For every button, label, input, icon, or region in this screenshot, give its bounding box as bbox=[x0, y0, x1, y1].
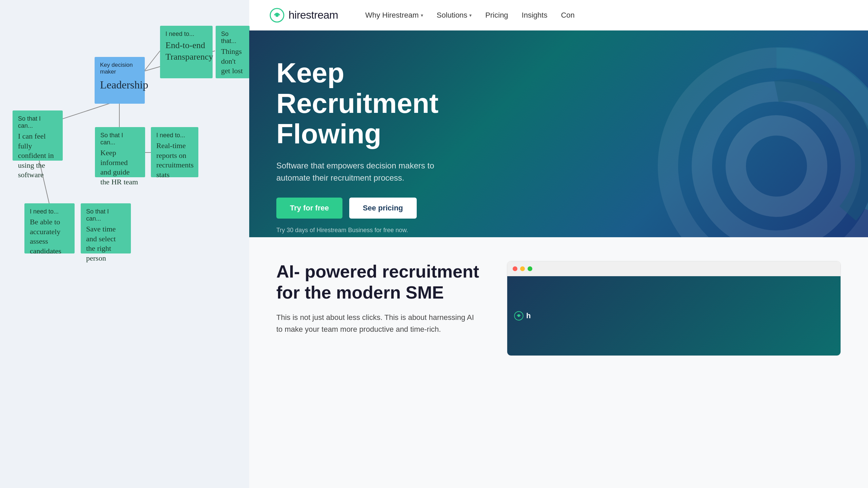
sticky-label: Key decision maker bbox=[100, 62, 139, 75]
hero-title: Keep Recruitment Flowing bbox=[276, 58, 514, 149]
hero-subtitle: Software that empowers decision makers t… bbox=[276, 160, 459, 184]
website-panel: hirestream Why Hirestream ▾ Solutions ▾ … bbox=[249, 0, 868, 488]
whiteboard-panel: I need to... End-to-end Transparency So … bbox=[0, 0, 249, 488]
svg-point-7 bbox=[275, 14, 279, 17]
ai-section: AI- powered recruitment for the modern S… bbox=[249, 237, 868, 488]
try-for-free-button[interactable]: Try for free bbox=[276, 198, 342, 219]
hero-buttons: Try for free See pricing bbox=[276, 198, 514, 219]
hero-trial-text: Try 30 days of Hirestream Business for f… bbox=[276, 227, 514, 234]
window-maximize-dot bbox=[528, 266, 532, 271]
sticky-text: Real-time reports on recruitments stats bbox=[156, 141, 193, 180]
hero-content: Keep Recruitment Flowing Software that e… bbox=[276, 58, 514, 234]
sticky-end-to-end[interactable]: I need to... End-to-end Transparency bbox=[160, 26, 213, 78]
sticky-text: Things don't get lost and can be on top … bbox=[221, 47, 244, 78]
preview-logo-icon bbox=[514, 311, 524, 321]
logo-text: hirestream bbox=[289, 9, 338, 21]
nav-label: Insights bbox=[522, 11, 548, 20]
sticky-confident[interactable]: So that I can... I can feel fully confid… bbox=[13, 110, 63, 161]
sticky-label: So that I can... bbox=[100, 132, 140, 146]
sticky-text: Keep informed and guide the HR team bbox=[100, 148, 140, 187]
sticky-keep-informed[interactable]: So that I can... Keep informed and guide… bbox=[95, 127, 145, 177]
sticky-things-dont[interactable]: So that... Things don't get lost and can… bbox=[216, 26, 250, 78]
sticky-label: I need to... bbox=[156, 132, 193, 139]
window-minimize-dot bbox=[520, 266, 525, 271]
sticky-text: Be able to accurately assess candidates bbox=[30, 217, 69, 256]
preview-inner-content: h bbox=[507, 276, 841, 355]
nav-insights[interactable]: Insights bbox=[522, 11, 548, 20]
sticky-text: End-to-end Transparency bbox=[165, 40, 207, 63]
preview-window-bar bbox=[507, 261, 841, 276]
preview-logo: h bbox=[514, 311, 531, 321]
sticky-save-time[interactable]: So that I can... Save time and select th… bbox=[81, 203, 131, 253]
preview-logo-text: h bbox=[526, 311, 531, 320]
ai-section-title: AI- powered recruitment for the modern S… bbox=[276, 261, 480, 303]
svg-point-12 bbox=[518, 315, 520, 317]
navbar: hirestream Why Hirestream ▾ Solutions ▾ … bbox=[249, 0, 868, 30]
sticky-label: So that I can... bbox=[86, 208, 125, 222]
sticky-text: Leadership bbox=[100, 78, 139, 92]
nav-label: Solutions bbox=[437, 11, 468, 20]
sticky-realtime-reports[interactable]: I need to... Real-time reports on recrui… bbox=[151, 127, 198, 177]
sticky-leadership[interactable]: Key decision maker Leadership bbox=[95, 57, 145, 104]
sticky-text: Save time and select the right person bbox=[86, 224, 125, 263]
ai-section-text: This is not just about less clicks. This… bbox=[276, 311, 480, 335]
nav-solutions[interactable]: Solutions ▾ bbox=[437, 11, 472, 20]
sticky-label: So that I can... bbox=[18, 115, 57, 129]
hero-decorative-graphic bbox=[658, 47, 868, 237]
chevron-down-icon: ▾ bbox=[421, 13, 423, 18]
nav-label: Why Hirestream bbox=[365, 11, 419, 20]
hirestream-logo-icon bbox=[270, 8, 284, 23]
see-pricing-button[interactable]: See pricing bbox=[349, 198, 417, 219]
chevron-down-icon: ▾ bbox=[469, 13, 472, 18]
sticky-label: I need to... bbox=[30, 208, 69, 215]
nav-why-hirestream[interactable]: Why Hirestream ▾ bbox=[365, 11, 423, 20]
sticky-label: So that... bbox=[221, 30, 244, 45]
logo-area[interactable]: hirestream bbox=[270, 8, 338, 23]
nav-label: Con bbox=[561, 11, 574, 20]
sticky-assess-candidates[interactable]: I need to... Be able to accurately asses… bbox=[24, 203, 75, 253]
nav-label: Pricing bbox=[485, 11, 508, 20]
nav-pricing[interactable]: Pricing bbox=[485, 11, 508, 20]
hero-section: Keep Recruitment Flowing Software that e… bbox=[249, 30, 868, 237]
svg-point-10 bbox=[736, 125, 817, 207]
sticky-label: I need to... bbox=[165, 30, 207, 38]
ai-content: AI- powered recruitment for the modern S… bbox=[276, 261, 480, 335]
ai-preview-window: h bbox=[507, 261, 841, 356]
window-close-dot bbox=[513, 266, 517, 271]
sticky-text: I can feel fully confident in using the … bbox=[18, 131, 57, 180]
svg-line-0 bbox=[144, 51, 160, 71]
nav-contact[interactable]: Con bbox=[561, 11, 574, 20]
